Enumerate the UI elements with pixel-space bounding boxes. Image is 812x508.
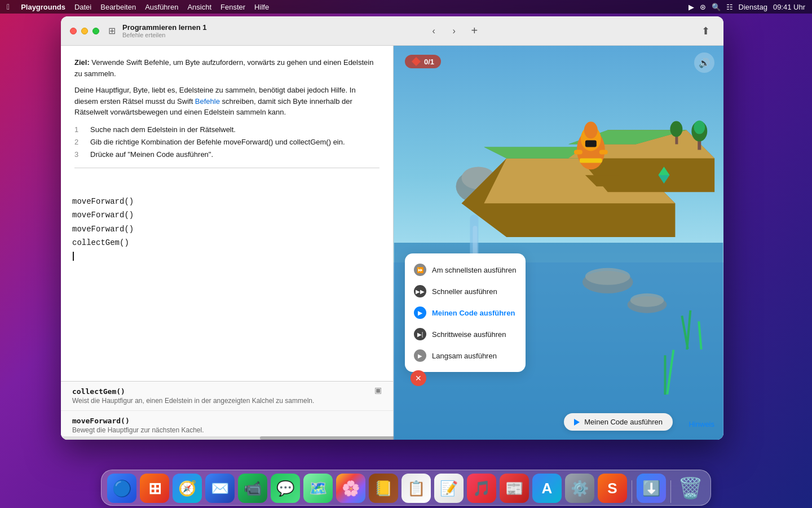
run-faster-label: Schneller ausführen [432,287,497,296]
main-window: ⊞ Programmieren lernen 1 Befehle erteile… [61,16,723,440]
run-controls-popup: ⏩ Am schnellsten ausführen ▶▶ Schneller … [405,253,526,372]
step-1-text: Suche nach dem Edelstein in der Rätselwe… [90,124,236,136]
step-3-text: Drücke auf "Meinen Code ausführen". [90,148,213,161]
location-icon: ▶ [689,3,694,11]
window-subtitle: Befehle erteilen [122,32,207,38]
step-3: 3 Drücke auf "Meinen Code ausführen". [74,148,379,161]
close-button[interactable] [70,28,77,34]
run-fastest-item[interactable]: ⏩ Am schnellsten ausführen [405,259,526,281]
dock-item-appstore[interactable]: A [532,474,562,503]
code-line-3: moveForward() [72,223,382,235]
run-mycode-icon: ▶ [414,306,426,319]
hint-collectgem-check[interactable]: ▣ [374,386,382,395]
goal-text: Verwende Swift Befehle, um Byte aufzufor… [74,58,373,78]
minimize-button[interactable] [81,28,88,34]
hint-collectgem-desc: Weist die Hauptfigur an, einen Edelstein… [72,397,382,405]
titlebar-nav: ‹ › + [426,23,482,39]
dock-item-news[interactable]: 📰 [500,474,529,503]
nav-back-button[interactable]: ‹ [426,23,442,39]
titlebar: ⊞ Programmieren lernen 1 Befehle erteile… [61,16,723,46]
menu-ansicht[interactable]: Ansicht [187,3,211,11]
dock-item-music[interactable]: 🎵 [467,474,496,503]
menu-ausfuehren[interactable]: Ausführen [145,3,178,11]
dock-item-mail[interactable]: ✉️ [205,474,235,503]
hint-collectgem-title: collectGem() [72,387,382,396]
dock-item-photos[interactable]: 🌸 [336,474,365,503]
code-editor[interactable]: moveForward() moveForward() moveForward(… [61,186,393,381]
hint-button[interactable]: Hinweis [689,420,714,428]
control-center-icon[interactable]: ☷ [726,3,733,11]
run-slow-item[interactable]: ▶ Langsam ausführen [405,345,526,366]
score-display: 0/1 [424,58,434,66]
dock-item-trash[interactable]: 🗑️ [676,474,705,503]
step-2-num: 2 [74,136,83,148]
dock: 🔵 ⊞ 🧭 ✉️ 📹 💬 🗺️ 🌸 📒 📋 📝 🎵 📰 A ⚙️ S [101,470,711,506]
search-icon[interactable]: 🔍 [712,3,721,11]
wifi-icon: ⊛ [700,3,706,11]
run-fastest-icon: ⏩ [414,264,426,276]
dock-item-reminders[interactable]: 📋 [401,474,431,503]
menu-datei[interactable]: Datei [74,3,91,11]
gem-icon [412,57,421,66]
goal-paragraph: Ziel: Verwende Swift Befehle, um Byte au… [74,57,379,79]
menu-fenster[interactable]: Fenster [220,3,245,11]
content-area: Ziel: Verwende Swift Befehle, um Byte au… [61,46,723,440]
dock-item-launchpad[interactable]: ⊞ [140,474,169,503]
instructions-panel: Ziel: Verwende Swift Befehle, um Byte au… [61,46,393,186]
sound-button[interactable]: 🔊 [694,52,714,73]
description-paragraph: Deine Hauptfigur, Byte, liebt es, Edelst… [74,85,379,118]
dock-item-facetime[interactable]: 📹 [238,474,267,503]
goal-label: Ziel: [74,58,90,67]
dock-item-settings[interactable]: ⚙️ [565,474,594,503]
svg-point-27 [585,268,630,285]
dock-item-notes-app[interactable]: 📒 [369,474,398,503]
app-menu-playgrounds[interactable]: Playgrounds [21,3,65,11]
share-button[interactable]: ⬆ [701,25,710,37]
run-triangle-icon [574,419,580,426]
close-run-controls-button[interactable]: ✕ [411,370,426,386]
left-panel: Ziel: Verwende Swift Befehle, um Byte au… [61,46,394,440]
dock-item-messages[interactable]: 💬 [271,474,300,503]
menubar:  Playgrounds Datei Bearbeiten Ausführen… [0,0,812,14]
dock-separator-2 [670,480,671,503]
day-display: Dienstag [739,3,767,11]
hints-panel: collectGem() ▣ Weist die Hauptfigur an, … [61,381,393,440]
run-step-label: Schrittweise ausführen [432,330,506,339]
dock-item-maps[interactable]: 🗺️ [303,474,333,503]
window-title-group: Programmieren lernen 1 Befehle erteilen [122,23,207,38]
dock-item-swift[interactable]: S [598,474,627,503]
hint-moveforward-title: moveForward() [72,417,382,425]
svg-rect-17 [599,150,608,154]
svg-rect-15 [585,141,597,147]
code-line-1: moveForward() [72,195,382,208]
run-mycode-item[interactable]: ▶ Meinen Code ausführen [405,302,526,323]
menubar-right: ▶ ⊛ 🔍 ☷ Dienstag 09:41 Uhr [689,3,805,11]
sidebar-toggle[interactable]: ⊞ [108,25,116,36]
befehle-link[interactable]: Befehle [195,97,220,106]
run-step-icon: ▶| [414,328,426,340]
step-1: 1 Suche nach dem Edelstein in der Rätsel… [74,124,379,136]
run-my-code-label: Meinen Code ausführen [584,418,663,426]
add-button[interactable]: + [466,23,482,39]
dock-item-notes[interactable]: 📝 [434,474,464,503]
step-3-num: 3 [74,148,83,161]
steps-list: 1 Suche nach dem Edelstein in der Rätsel… [74,124,379,161]
menu-bearbeiten[interactable]: Bearbeiten [100,3,136,11]
run-step-item[interactable]: ▶| Schrittweise ausführen [405,323,526,345]
terrain-svg [394,46,723,440]
svg-rect-16 [574,150,582,154]
apple-menu[interactable]:  [7,2,10,11]
dock-item-finder[interactable]: 🔵 [107,474,136,503]
run-faster-item[interactable]: ▶▶ Schneller ausführen [405,281,526,302]
dock-item-safari[interactable]: 🧭 [173,474,202,503]
run-slow-label: Langsam ausführen [432,352,497,360]
maximize-button[interactable] [92,28,99,34]
right-panel: 0/1 🔊 ⏩ Am schnellsten ausführen ▶▶ Schn… [394,46,723,440]
score-badge: 0/1 [405,55,441,68]
traffic-lights [70,28,99,34]
menubar-left:  Playgrounds Datei Bearbeiten Ausführen… [7,2,269,11]
dock-item-transfer[interactable]: ⬇️ [637,474,666,503]
nav-forward-button[interactable]: › [446,23,462,39]
menu-hilfe[interactable]: Hilfe [254,3,269,11]
run-my-code-button[interactable]: Meinen Code ausführen [564,413,673,431]
